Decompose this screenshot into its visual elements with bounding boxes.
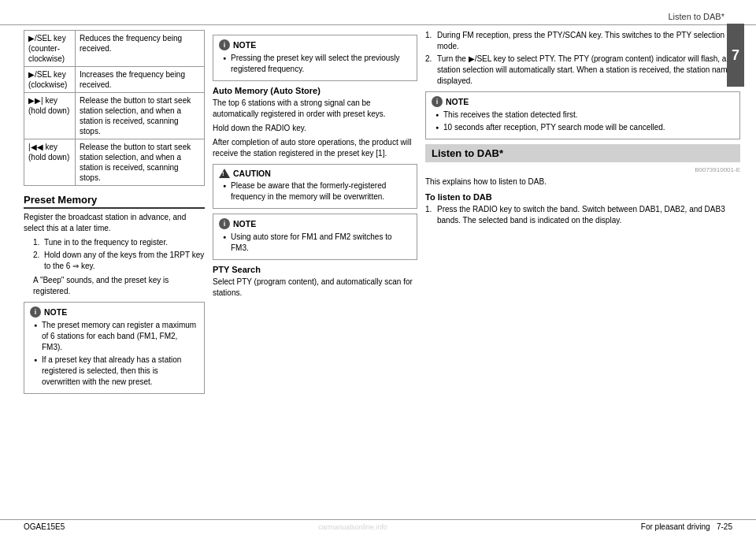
list-item: 1.Press the RADIO key to switch the band… [425,204,740,226]
list-item: 1.During FM reception, press the PTY/SCA… [425,30,740,52]
top-note-list: Pressing the preset key will select the … [219,53,411,75]
page-header: Listen to DAB* [0,8,756,25]
list-item: If a preset key that already has a stati… [34,355,198,388]
step-number: 2. [425,54,435,87]
list-item: Tune in to the frequency to register. [33,237,205,248]
right-note-icon: i [432,96,443,107]
right-note-header: i NOTE [432,96,734,107]
beep-note: A "Beep" sounds, and the preset key is r… [24,275,205,297]
desc-cell: Release the button to start seek station… [76,93,205,139]
key-cell: ▶▶| key (hold down) [24,93,76,139]
footer-right: For pleasant driving 7-25 [641,522,732,531]
pty-search-title: PTY Search [213,265,417,274]
note-icon: i [30,307,41,318]
desc-cell: Reduces the frequency being received. [76,31,205,67]
watermark-text: carmanualsonline.info [318,523,387,531]
desc-cell: Increases the frequency being received. [76,67,205,93]
caution-icon [219,169,230,178]
listen-dab-id: B0073910001-E [425,166,740,173]
list-item: 10 seconds after reception, PTY search m… [435,122,734,133]
list-item: Please be aware that the formerly-regist… [223,180,411,202]
preset-note-header: i NOTE [30,307,198,318]
bottom-note-box: i NOTE Using auto store for FM1 and FM2 … [213,214,417,260]
auto-memory-title: Auto Memory (Auto Store) [213,86,417,95]
caution-list: Please be aware that the formerly-regist… [219,180,411,202]
table-row: |◀◀ key (hold down)Release the button to… [24,139,205,186]
list-item: The preset memory can register a maximum… [34,320,198,353]
auto-memory-para1: The top 6 stations with a strong signal … [213,98,417,120]
page-footer: OGAE15E5 carmanualsonline.info For pleas… [0,519,756,531]
table-row: ▶/SEL key (counter-clockwise)Reduces the… [24,31,205,67]
table-row: ▶/SEL key (clockwise)Increases the frequ… [24,67,205,93]
list-item: This receives the station detected first… [435,110,734,121]
bottom-note-list: Using auto store for FM1 and FM2 switche… [219,232,411,254]
listen-dab-box: Listen to DAB* [425,144,740,162]
list-item: 2.Turn the ▶/SEL key to select PTY. The … [425,54,740,87]
key-cell: ▶/SEL key (clockwise) [24,67,76,93]
top-note-box: i NOTE Pressing the preset key will sele… [213,35,417,81]
top-note-icon: i [219,39,230,50]
table-row: ▶▶| key (hold down)Release the button to… [24,93,205,139]
header-title: Listen to DAB* [668,12,724,21]
bottom-note-header: i NOTE [219,218,411,229]
right-note-list: This receives the station detected first… [432,110,734,133]
step-text: During FM reception, press the PTY/SCAN … [437,30,740,52]
pty-search-text: Select PTY (program content), and automa… [213,277,417,299]
bottom-note-icon: i [219,218,230,229]
step-text: Turn the ▶/SEL key to select PTY. The PT… [437,54,740,87]
step-text: Press the RADIO key to switch the band. … [437,204,740,226]
list-item: Using auto store for FM1 and FM2 switche… [223,232,411,254]
preset-memory-intro: Register the broadcast station in advanc… [24,212,205,234]
left-column: ▶/SEL key (counter-clockwise)Reduces the… [24,30,205,502]
auto-memory-section: Auto Memory (Auto Store) The top 6 stati… [213,86,417,260]
preset-note-list: The preset memory can register a maximum… [30,320,198,388]
listen-dab-title: Listen to DAB* [432,147,503,159]
key-cell: ▶/SEL key (counter-clockwise) [24,31,76,67]
step-number: 1. [425,30,435,52]
caution-header: CAUTION [219,169,411,178]
right-column: 1.During FM reception, press the PTY/SCA… [425,30,740,502]
top-note-header: i NOTE [219,39,411,50]
auto-memory-para3: After completion of auto store operation… [213,137,417,159]
section-badge: 7 [727,24,744,87]
list-item: Pressing the preset key will select the … [223,53,411,75]
pty-search-section: PTY Search Select PTY (program content),… [213,265,417,299]
content-area: ▶/SEL key (counter-clockwise)Reduces the… [0,30,756,502]
step-number: 1. [425,204,435,226]
list-item: Hold down any of the keys from the 1RPT … [33,250,205,272]
desc-cell: Release the button to start seek station… [76,139,205,186]
middle-column: i NOTE Pressing the preset key will sele… [213,30,417,502]
preset-memory-title: Preset Memory [24,194,205,209]
listen-dab-steps: 1.Press the RADIO key to switch the band… [425,204,740,226]
to-listen-title: To listen to DAB [425,192,740,202]
page-container: Listen to DAB* 7 ▶/SEL key (counter-cloc… [0,0,756,535]
pty-steps: 1.During FM reception, press the PTY/SCA… [425,30,740,87]
listen-dab-intro: This explains how to listen to DAB. [425,176,740,188]
key-cell: |◀◀ key (hold down) [24,139,76,186]
preset-memory-steps: Tune in to the frequency to register.Hol… [24,237,205,272]
right-note-box: i NOTE This receives the station detecte… [425,91,740,139]
caution-box: CAUTION Please be aware that the formerl… [213,164,417,209]
footer-left: OGAE15E5 [24,522,65,531]
auto-memory-para2: Hold down the RADIO key. [213,123,417,134]
key-table: ▶/SEL key (counter-clockwise)Reduces the… [24,30,205,186]
preset-note-box: i NOTE The preset memory can register a … [24,302,205,394]
